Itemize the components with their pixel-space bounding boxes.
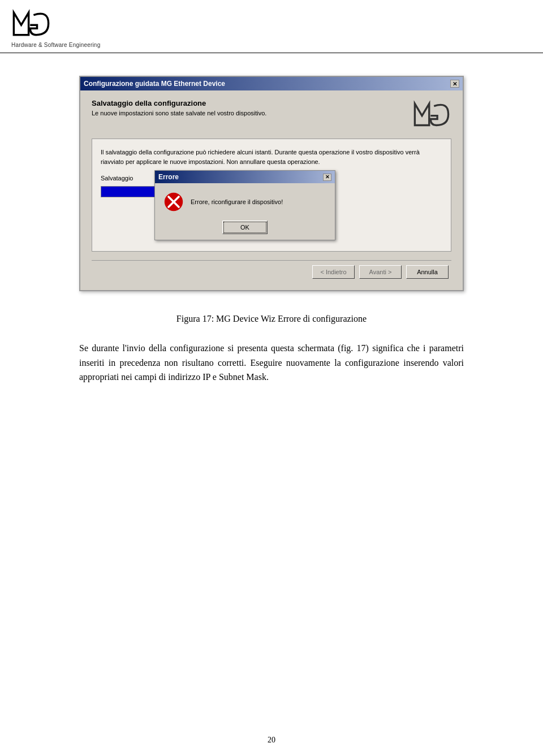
logo-container: Hardware & Software Engineering (11, 7, 100, 48)
window-titlebar: Configurazione guidata MG Ethernet Devic… (80, 77, 463, 90)
error-x-icon (163, 192, 184, 212)
svg-marker-0 (14, 12, 28, 34)
mg-logo-icon (11, 7, 51, 41)
error-message: Errore, riconfigurare il dispositivo! (191, 198, 283, 205)
wizard-bottom-buttons: < Indietro Avanti > Annulla (92, 260, 451, 282)
error-body: Errore, riconfigurare il dispositivo! OK (155, 183, 335, 240)
error-content-row: Errore, riconfigurare il dispositivo! (163, 192, 326, 212)
main-content: Configurazione guidata MG Ethernet Devic… (0, 53, 543, 407)
caption-text: Figura 17: MG Device Wiz Errore di confi… (176, 314, 367, 323)
body-text: Se durante l'invio della configurazione … (79, 341, 464, 385)
next-button[interactable]: Avanti > (359, 265, 402, 279)
cancel-button[interactable]: Annulla (406, 265, 449, 279)
window-heading: Salvataggio della configurazione Le nuov… (92, 99, 400, 116)
window-heading-title: Salvataggio della configurazione (92, 99, 400, 107)
inner-panel-text: Il salvataggio della configurazione può … (101, 148, 442, 166)
figure-caption: Figura 17: MG Device Wiz Errore di confi… (79, 314, 464, 324)
error-close-button[interactable]: ✕ (323, 174, 331, 181)
company-tagline: Hardware & Software Engineering (11, 42, 100, 48)
error-title: Errore (158, 173, 179, 181)
window-title: Configurazione guidata MG Ethernet Devic… (84, 80, 225, 88)
window-close-button[interactable]: ✕ (450, 80, 459, 88)
screenshot-window: Configurazione guidata MG Ethernet Devic… (79, 76, 464, 291)
svg-marker-1 (415, 103, 429, 125)
error-dialog: Errore ✕ Errore, riconfigurare il dispos… (154, 170, 335, 240)
body-paragraph-1: Se durante l'invio della configurazione … (79, 343, 464, 382)
page-number: 20 (268, 736, 275, 745)
inner-panel: Il salvataggio della configurazione può … (92, 139, 451, 252)
back-button[interactable]: < Indietro (312, 265, 355, 279)
error-titlebar: Errore ✕ (155, 171, 335, 183)
window-body: Salvataggio della configurazione Le nuov… (80, 90, 463, 290)
window-top-section: Salvataggio della configurazione Le nuov… (92, 99, 451, 130)
page-header: Hardware & Software Engineering (0, 0, 543, 53)
window-heading-subtitle: Le nuove impostazioni sono state salvate… (92, 110, 400, 116)
ok-button[interactable]: OK (222, 221, 268, 234)
mg-logo-corner-icon (412, 99, 451, 130)
